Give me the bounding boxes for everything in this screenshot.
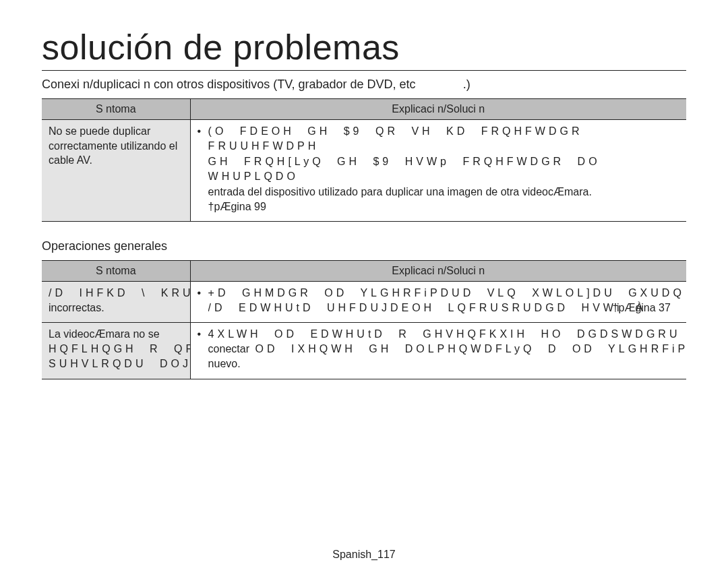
table-row: La videocÆmara no se HQFLHQGH R QR IXQFL… [42,323,686,379]
garbled-text: GH FRQH[LyQ GH $9 HVWp FRQHFWDGR DO WHUP… [208,154,679,185]
bullet-icon: • [198,327,202,371]
plain-text: La videocÆmara no se [49,327,183,342]
table-row: S ntoma Explicaci n/Soluci n [42,261,686,282]
garbled-text: (O FDEOH GH $9 QR VH KD FRQHFWDGR FRUUHF… [208,124,679,154]
table-row: /D IHFKD \ KRUD VRQ incorrectas. • +D GH… [42,282,686,323]
page-title: solución de problemas [42,27,686,71]
plain-text: incorrectas. [49,301,183,315]
section2-heading: Operaciones generales [42,239,686,253]
plain-text: nuevo. [208,357,241,371]
garbled-text: +D GHMDGR OD YLGHRFiPDUD VLQ XWLOL]DU GX… [208,286,685,301]
col-header-explain: Explicaci n/Soluci n [190,99,686,120]
table-row: S ntoma Explicaci n/Soluci n [42,99,686,120]
bullet-icon: • [198,124,202,214]
explain-body: 4XLWH OD EDWHUtD R GHVHQFKXIH HO DGDSWDG… [208,327,241,371]
col-header-symptom: S ntoma [42,261,190,282]
garbled-text: /D IHFKD \ KRUD VRQ [49,286,190,301]
garbled-text: SUHVLRQDU DOJ~Q ERWyQ [49,357,190,371]
explain-cell: • (O FDEOH GH $9 QR VH KD FRQHFWDGR FRUU… [190,120,686,222]
col-header-symptom: S ntoma [42,99,190,120]
plain-text: entrada del dispositivo utilizado para d… [208,185,679,199]
section1-heading-text: Conexi n/duplicaci n con otros dispositi… [42,78,416,91]
page-root: solución de problemas Conexi n/duplicaci… [0,0,728,585]
bullet-icon: • [198,286,202,315]
section1-heading-suffix: .) [463,78,471,91]
table-general: S ntoma Explicaci n/Soluci n /D IHFKD \ … [42,260,686,379]
garbled-text: HQFLHQGH R QR IXQFLRQD DO [49,342,190,357]
table-row: No se puede duplicar correctamente utili… [42,120,686,222]
symptom-cell: No se puede duplicar correctamente utili… [42,120,190,222]
col-header-explain: Explicaci n/Soluci n [190,261,686,282]
explain-cell: • +D GHMDGR OD YLGHRFiPDUD VLQ XWLOL]DU … [190,282,686,323]
garbled-text: 4XLWH OD EDWHUtD R GHVHQFKXIH HO DGDSWDG… [208,327,686,342]
table-connection: S ntoma Explicaci n/Soluci n No se puede… [42,98,686,222]
page-reference: †pÆgina 37 [613,301,671,315]
page-number: Spanish_117 [0,549,728,561]
explain-body: (O FDEOH GH $9 QR VH KD FRQHFWDGR FRUUHF… [208,124,679,214]
garbled-text: /D EDWHUtD UHFDUJDEOH LQFRUSRUDGD HVWi À [208,301,646,315]
explain-cell: • 4XLWH OD EDWHUtD R GHVHQFKXIH HO DGDSW… [190,323,686,379]
section1-heading: Conexi n/duplicaci n con otros dispositi… [42,78,686,92]
symptom-cell: La videocÆmara no se HQFLHQGH R QR IXQFL… [42,323,190,379]
plain-text: conectar [208,342,249,357]
symptom-cell: /D IHFKD \ KRUD VRQ incorrectas. [42,282,190,323]
page-reference: †pÆgina 99 [208,199,679,214]
garbled-text: OD IXHQWH GH DOLPHQWDFLyQ D OD YLGHRFiP [255,342,686,357]
